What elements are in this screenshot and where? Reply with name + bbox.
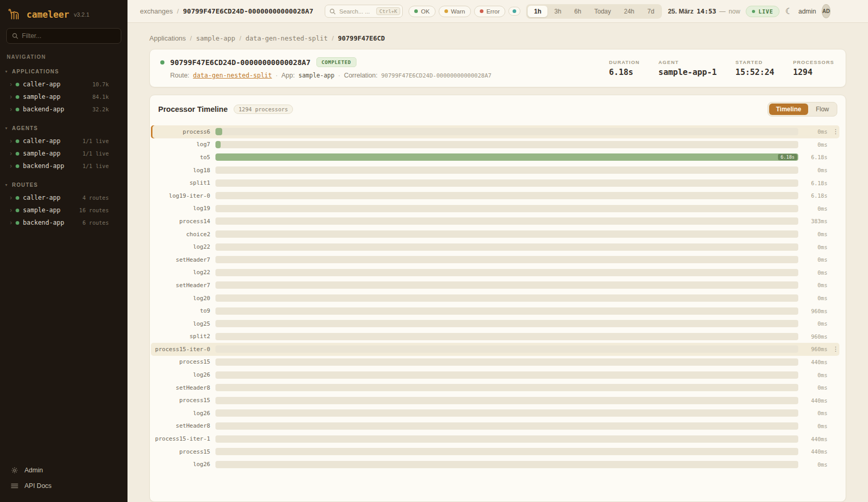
time-range-1h[interactable]: 1h bbox=[528, 6, 547, 17]
live-badge[interactable]: LIVE bbox=[746, 6, 780, 17]
timeline-bar bbox=[215, 141, 221, 148]
sidebar-section: ▾ AGENTS › caller-app 1/1 live › sample-… bbox=[0, 124, 127, 172]
topbar: exchanges / 90799F47E6CD24D-000000000000… bbox=[127, 0, 868, 23]
date-range[interactable]: 25. März 14:53 — now bbox=[668, 7, 740, 15]
processor-name: process14 bbox=[151, 218, 210, 225]
breadcrumb-applications[interactable]: Applications bbox=[149, 34, 186, 42]
time-range-24h[interactable]: 24h bbox=[618, 6, 641, 17]
timeline-row-split1[interactable]: split1 6.18s ⋮ bbox=[151, 176, 839, 189]
timeline-row-log25[interactable]: log25 0ms ⋮ bbox=[151, 317, 839, 330]
app-version: v3.2.1 bbox=[74, 11, 90, 18]
timeline-row-process15[interactable]: process15 440ms ⋮ bbox=[151, 356, 839, 369]
breadcrumb-separator: / bbox=[239, 34, 241, 42]
timeline-track bbox=[215, 294, 798, 302]
processor-duration: 440ms bbox=[803, 448, 827, 455]
processor-name: log20 bbox=[151, 295, 210, 302]
sidebar-footer-api-docs[interactable]: API Docs bbox=[7, 478, 120, 494]
status-dot bbox=[16, 196, 19, 200]
timeline-track bbox=[215, 371, 798, 379]
timeline-row-process15-iter-1[interactable]: process15-iter-1 440ms ⋮ bbox=[151, 432, 839, 445]
timeline-row-process14[interactable]: process14 383ms ⋮ bbox=[151, 215, 839, 228]
sidebar-item-caller-app[interactable]: › caller-app 4 routes bbox=[0, 191, 127, 204]
theme-toggle[interactable]: ☾ bbox=[785, 7, 793, 16]
timeline-row-process15[interactable]: process15 440ms ⋮ bbox=[151, 445, 839, 458]
sidebar-section-header[interactable]: ▾ AGENTS bbox=[0, 124, 127, 135]
timeline-row-setHeader7[interactable]: setHeader7 0ms ⋮ bbox=[151, 279, 839, 292]
status-dot bbox=[480, 9, 483, 13]
timeline-row-split2[interactable]: split2 960ms ⋮ bbox=[151, 330, 839, 343]
timeline-row-log7[interactable]: log7 0ms ⋮ bbox=[151, 138, 839, 151]
view-flow[interactable]: Flow bbox=[809, 104, 836, 115]
sidebar-section-items: › caller-app 1/1 live › sample-app 1/1 l… bbox=[0, 135, 127, 172]
sidebar-item-backend-app[interactable]: › backend-app 1/1 live bbox=[0, 160, 127, 172]
route-link[interactable]: data-gen-nested-split bbox=[193, 72, 272, 79]
timeline-row-log19[interactable]: log19 0ms ⋮ bbox=[151, 202, 839, 215]
timeline-row-process6[interactable]: process6 0ms ⋮ bbox=[151, 125, 839, 138]
time-range-today[interactable]: Today bbox=[588, 6, 617, 17]
row-menu-icon[interactable]: ⋮ bbox=[833, 128, 838, 135]
filter-chip-ok[interactable]: OK bbox=[409, 6, 436, 17]
app-logo[interactable]: cameleer v3.2.1 bbox=[0, 0, 127, 27]
exchange-stats: DURATION 6.18s AGENT sample-app-1 STARTE… bbox=[609, 59, 834, 77]
sidebar-item-backend-app[interactable]: › backend-app 6 routes bbox=[0, 216, 127, 229]
processor-name: process6 bbox=[151, 128, 210, 135]
search-input[interactable] bbox=[339, 8, 373, 15]
timeline-row-log19-iter-0[interactable]: log19-iter-0 6.18s ⋮ bbox=[151, 189, 839, 202]
timeline-row-log22[interactable]: log22 0ms ⋮ bbox=[151, 266, 839, 279]
sidebar-item-sample-app[interactable]: › sample-app 84.1k bbox=[0, 91, 127, 103]
filter-chip-error[interactable]: Error bbox=[474, 6, 506, 17]
time-range-group: 1h3h6hToday24h7d bbox=[526, 4, 662, 19]
timeline-row-to5[interactable]: to5 6.18s 6.18s ⋮ bbox=[151, 151, 839, 164]
app-label: App: bbox=[282, 72, 295, 79]
processor-name: log18 bbox=[151, 167, 210, 174]
chevron-down-icon: ▾ bbox=[5, 69, 7, 74]
filter-chip-dot[interactable] bbox=[508, 7, 520, 16]
timeline-row-log18[interactable]: log18 0ms ⋮ bbox=[151, 164, 839, 177]
global-search[interactable]: Ctrl+K bbox=[325, 5, 403, 18]
app-name: cameleer bbox=[27, 9, 69, 20]
time-range-3h[interactable]: 3h bbox=[548, 6, 567, 17]
search-shortcut: Ctrl+K bbox=[376, 7, 400, 15]
timeline-row-setHeader7[interactable]: setHeader7 0ms ⋮ bbox=[151, 253, 839, 266]
row-menu-icon[interactable]: ⋮ bbox=[833, 345, 838, 353]
processor-duration: 0ms bbox=[803, 244, 827, 250]
timeline-row-log26[interactable]: log26 0ms ⋮ bbox=[151, 368, 839, 381]
breadcrumb-sample-app[interactable]: sample-app bbox=[196, 34, 235, 42]
sidebar-item-caller-app[interactable]: › caller-app 1/1 live bbox=[0, 135, 127, 147]
filter-chip-warn[interactable]: Warn bbox=[439, 6, 471, 17]
timeline-row-setHeader8[interactable]: setHeader8 0ms ⋮ bbox=[151, 381, 839, 394]
chevron-right-icon: › bbox=[10, 163, 12, 169]
timeline-row-process15[interactable]: process15 440ms ⋮ bbox=[151, 394, 839, 407]
timeline-row-log26[interactable]: log26 0ms ⋮ bbox=[151, 407, 839, 420]
processor-duration: 6.18s bbox=[803, 180, 827, 186]
avatar[interactable]: AD bbox=[822, 4, 830, 18]
filter-input[interactable] bbox=[22, 32, 116, 40]
sidebar-footer-admin[interactable]: Admin bbox=[7, 462, 120, 478]
timeline-row-process15-iter-0[interactable]: process15-iter-0 960ms ⋮ bbox=[151, 343, 839, 356]
chevron-right-icon: › bbox=[10, 106, 12, 112]
sidebar-item-caller-app[interactable]: › caller-app 10.7k bbox=[0, 78, 127, 91]
sidebar-item-sample-app[interactable]: › sample-app 1/1 live bbox=[0, 147, 127, 160]
timeline-row-log22[interactable]: log22 0ms ⋮ bbox=[151, 240, 839, 253]
timeline-row-choice2[interactable]: choice2 0ms ⋮ bbox=[151, 228, 839, 241]
status-dot bbox=[16, 139, 19, 143]
timeline-row-log26[interactable]: log26 0ms ⋮ bbox=[151, 458, 839, 471]
sidebar-section-header[interactable]: ▾ APPLICATIONS bbox=[0, 67, 127, 78]
status-filters: OK Warn Error bbox=[409, 6, 520, 17]
stat-label: STARTED bbox=[735, 59, 774, 65]
sidebar-section-header[interactable]: ▾ ROUTES bbox=[0, 181, 127, 191]
timeline-row-setHeader8[interactable]: setHeader8 0ms ⋮ bbox=[151, 420, 839, 433]
sidebar-item-badge: 1/1 live bbox=[82, 150, 109, 157]
breadcrumb-exchanges[interactable]: exchanges bbox=[140, 7, 173, 15]
time-range-6h[interactable]: 6h bbox=[568, 6, 588, 17]
main-column: exchanges / 90799F47E6CD24D-000000000000… bbox=[127, 0, 868, 502]
view-timeline[interactable]: Timeline bbox=[769, 104, 808, 115]
timeline-row-to9[interactable]: to9 960ms ⋮ bbox=[151, 304, 839, 317]
timeline-track bbox=[215, 409, 798, 417]
sidebar-item-backend-app[interactable]: › backend-app 32.2k bbox=[0, 103, 127, 115]
timeline-row-log20[interactable]: log20 0ms ⋮ bbox=[151, 292, 839, 305]
time-range-7d[interactable]: 7d bbox=[641, 6, 660, 17]
sidebar-item-sample-app[interactable]: › sample-app 16 routes bbox=[0, 204, 127, 216]
date-range-end: now bbox=[729, 8, 740, 15]
breadcrumb-data-gen-nested-split[interactable]: data-gen-nested-split bbox=[246, 34, 328, 42]
